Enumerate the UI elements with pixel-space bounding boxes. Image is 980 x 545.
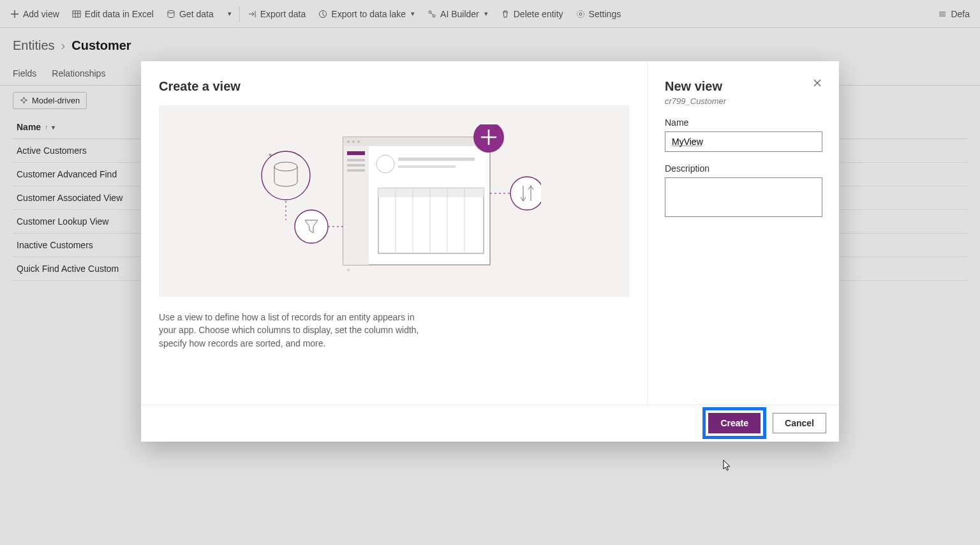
create-button[interactable]: Create <box>708 413 761 433</box>
panel-title: New view <box>665 79 822 94</box>
svg-rect-11 <box>343 137 490 146</box>
dialog-title: Create a view <box>159 79 630 94</box>
view-description-input[interactable] <box>665 177 822 217</box>
svg-point-12 <box>347 140 350 143</box>
close-icon <box>812 78 822 88</box>
entity-schema-name: cr799_Customer <box>665 96 822 106</box>
svg-point-13 <box>352 140 355 143</box>
close-button[interactable] <box>810 75 825 91</box>
dialog-footer: Create Cancel <box>141 405 839 442</box>
dialog-left-pane: Create a view <box>141 61 648 442</box>
cursor-icon <box>723 459 732 472</box>
svg-point-8 <box>274 162 297 171</box>
svg-rect-15 <box>343 146 369 265</box>
svg-rect-19 <box>347 169 365 172</box>
svg-rect-18 <box>347 164 365 167</box>
svg-rect-24 <box>378 188 484 197</box>
illustration <box>159 105 630 297</box>
dialog-description: Use a view to define how a list of recor… <box>159 311 427 350</box>
create-view-dialog: Create a view <box>141 61 839 442</box>
svg-point-14 <box>357 140 360 143</box>
svg-point-9 <box>295 210 328 243</box>
svg-rect-17 <box>347 159 365 161</box>
svg-rect-22 <box>398 165 456 168</box>
svg-rect-21 <box>398 158 475 161</box>
modal-overlay: Create a view <box>0 0 980 545</box>
svg-rect-16 <box>347 151 365 155</box>
view-name-input[interactable] <box>665 131 822 152</box>
dialog-right-pane: New view cr799_Customer Name Description <box>648 61 839 442</box>
create-button-highlight: Create <box>702 407 766 439</box>
cancel-button[interactable]: Cancel <box>773 413 826 433</box>
description-label: Description <box>665 163 822 174</box>
svg-point-26 <box>510 177 541 210</box>
svg-rect-23 <box>378 188 484 253</box>
name-label: Name <box>665 117 822 128</box>
svg-point-7 <box>262 151 310 200</box>
